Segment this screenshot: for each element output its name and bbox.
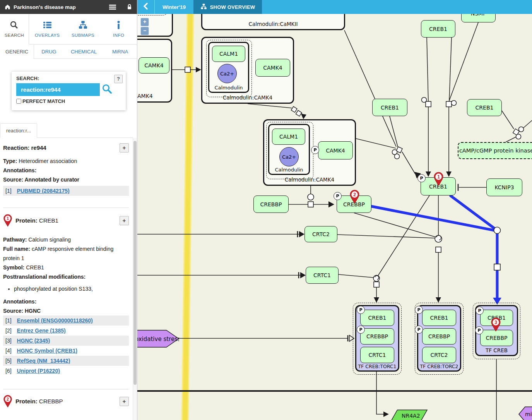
show-overview-button[interactable]: SHOW OVERVIEW	[193, 0, 262, 14]
species-camp-cgmp-kinase[interactable]: cAMP/cGMP protein kinase	[458, 142, 532, 159]
species-creb1[interactable]: CREB1	[421, 20, 455, 38]
nav-tabs: SEARCH OVERLAYS SUBMAPS INFO	[0, 14, 137, 45]
uniprot-link[interactable]: Uniprot (P16220)	[17, 366, 60, 375]
svg-text:1: 1	[437, 174, 440, 180]
tab-mirna[interactable]: MiRNA	[104, 45, 137, 58]
species-camk4[interactable]: CAMK4	[318, 141, 353, 159]
species-camk4[interactable]: CAMK4	[139, 57, 169, 74]
reaction-title: Reaction: re944	[3, 143, 46, 153]
phenotype-oxidative-stress[interactable]: oxidative stress	[137, 330, 179, 348]
reference-index: [1]	[5, 186, 12, 195]
sub-tabs: GENERIC DRUG CHEMICAL MiRNA	[0, 45, 137, 59]
species-creb1[interactable]: CREB1	[467, 99, 502, 116]
sidebar: Parkinson's disease map SEARCH OVERLAYS	[0, 0, 137, 420]
info-icon	[114, 21, 123, 30]
protein-pathway: Pathway: Calcium signaling	[3, 235, 129, 244]
tab-search[interactable]: SEARCH	[0, 14, 29, 45]
species-crtc1[interactable]: CRTC1	[306, 267, 339, 284]
menu-icon[interactable]	[109, 3, 116, 10]
reference-row: [6] Uniprot (P16220)	[3, 366, 129, 376]
species-creb1[interactable]: CREB1	[422, 310, 456, 326]
species-crebbp[interactable]: CREBBP	[360, 328, 394, 345]
lock-icon[interactable]	[127, 4, 132, 10]
reference-row: [2] Entrez Gene (1385)	[3, 326, 129, 336]
overview-submaps-icon	[200, 3, 207, 11]
collapse-panel-button[interactable]	[137, 0, 155, 14]
species-crebbp[interactable]: CREBBP	[480, 330, 513, 346]
protein-source: Source: HGNC	[3, 306, 129, 315]
tab-chemical[interactable]: CHEMICAL	[64, 45, 104, 58]
perfect-match-checkbox[interactable]	[16, 99, 21, 104]
reaction-expand-button[interactable]: +	[120, 143, 129, 153]
ptm-label: Posttranslational modifications:	[3, 272, 129, 281]
complex-label: Calmodulin:CaMKII	[202, 21, 344, 27]
protein-expand-button[interactable]: +	[120, 397, 129, 406]
home-icon[interactable]	[5, 4, 10, 10]
species-crebbp[interactable]: CREBBP	[422, 328, 456, 345]
species-calm1[interactable]: CALM1	[212, 46, 245, 62]
species-crtc1[interactable]: CRTC1	[360, 347, 394, 363]
section-divider	[3, 389, 129, 389]
entrez-link[interactable]: Entrez Gene (1385)	[17, 326, 66, 335]
complex-label: Calmodulin	[269, 167, 309, 173]
search-field-label: SEARCH:	[16, 75, 121, 81]
rna-nr4a2[interactable]: NR4A2	[391, 410, 428, 420]
chevron-left-icon	[142, 2, 149, 12]
scrollbar-thumb[interactable]	[133, 141, 137, 385]
species-crebbp[interactable]: CREBBP	[253, 195, 289, 213]
zoom-out-button[interactable]: −	[140, 27, 149, 35]
search-input[interactable]	[16, 83, 100, 96]
perfect-match-label: PERFECT MATCH	[22, 98, 65, 104]
tab-generic[interactable]: GENERIC	[0, 45, 34, 59]
tab-drug[interactable]: DRUG	[34, 45, 64, 58]
tab-overlays[interactable]: OVERLAYS	[29, 14, 66, 44]
search-submit-icon[interactable]	[102, 84, 113, 96]
hgnc-link[interactable]: HGNC (2345)	[17, 336, 50, 345]
tab-submaps[interactable]: SUBMAPS	[66, 14, 101, 44]
map-pin-2[interactable]: 2	[349, 190, 360, 204]
svg-text:NR4A2: NR4A2	[402, 413, 420, 419]
ion-ca2[interactable]: Ca2+	[279, 147, 299, 166]
pubmed-link[interactable]: PUBMED (20842175)	[17, 186, 70, 195]
reaction-annotations-label: Annotations:	[3, 166, 129, 175]
phospho-badge: P	[334, 192, 342, 200]
complex-label: Calmodulin	[209, 85, 248, 91]
map-canvas[interactable]: CAMK4 AMK4 Calmodulin:CaMKII Calmodulin:…	[137, 0, 532, 420]
tab-info[interactable]: INFO	[100, 14, 137, 44]
app-title: Parkinson's disease map	[14, 4, 106, 10]
reference-row: [3] HGNC (2345)	[3, 336, 129, 346]
protein-title: Protein: CREB1	[15, 216, 58, 225]
sidebar-scrollbar[interactable]	[133, 138, 137, 420]
app: Parkinson's disease map SEARCH OVERLAYS	[0, 0, 532, 420]
phenotype-mitochondria[interactable]: mit	[518, 406, 532, 420]
species-calm1[interactable]: CALM1	[272, 129, 305, 145]
reaction-source: Source: Annotated by curator	[3, 175, 129, 184]
phospho-badge: P	[311, 146, 319, 154]
species-crtc2[interactable]: CRTC2	[422, 347, 456, 363]
sidebar-header: Parkinson's disease map	[0, 0, 137, 14]
results-tab[interactable]: reaction:r...	[0, 123, 37, 138]
reference-row: [1] Ensembl (ENSG00000118260)	[3, 315, 129, 326]
protein-expand-button[interactable]: +	[120, 216, 129, 225]
tab-label: OVERLAYS	[35, 33, 60, 38]
svg-text:3: 3	[494, 320, 497, 325]
species-creb1[interactable]: CREB1	[372, 99, 407, 116]
species-creb1[interactable]: CREB1	[360, 310, 394, 326]
frame-label[interactable]: Winter'19	[155, 0, 193, 14]
show-overview-label: SHOW OVERVIEW	[210, 4, 255, 10]
map-pin-1[interactable]: 1	[433, 172, 444, 187]
help-button[interactable]: ?	[114, 75, 123, 83]
tab-label: INFO	[113, 33, 124, 38]
species-camk4[interactable]: CAMK4	[255, 59, 290, 77]
species-crtc2[interactable]: CRTC2	[304, 226, 337, 242]
species-kcnip3[interactable]: KCNIP3	[486, 178, 522, 196]
search-tab-icon	[10, 21, 19, 30]
ensembl-link[interactable]: Ensembl (ENSG00000118260)	[17, 316, 93, 325]
zoom-in-button[interactable]: +	[140, 18, 149, 26]
ion-ca2[interactable]: Ca2+	[217, 64, 237, 83]
refseq-link[interactable]: RefSeq (NM_134442)	[17, 356, 70, 365]
reference-row: [1] PUBMED (20842175)	[3, 186, 129, 196]
map-pin-3[interactable]: 3	[491, 317, 501, 332]
hgnc-symbol-link[interactable]: HGNC Symbol (CREB1)	[17, 346, 77, 355]
phospho-badge: P	[415, 306, 423, 314]
